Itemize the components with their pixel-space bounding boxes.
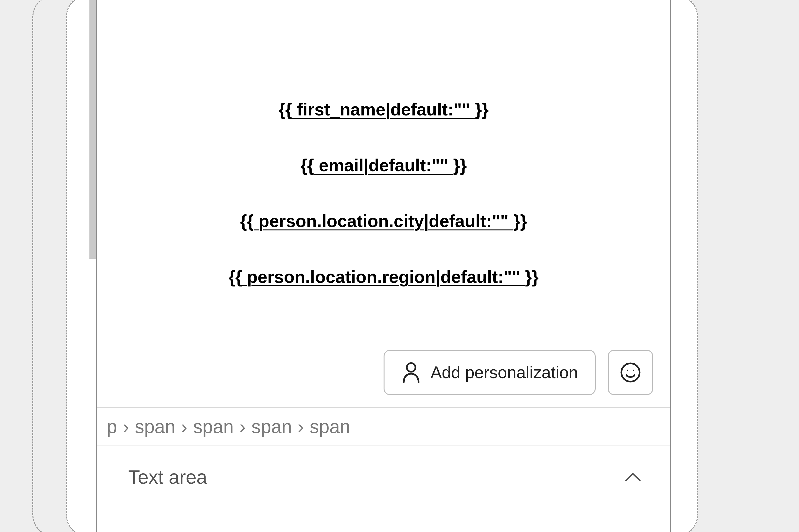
token-text: person.location.region|default:""	[242, 267, 525, 286]
breadcrumb-separator: ›	[298, 416, 304, 438]
svg-point-1	[621, 363, 640, 382]
text-area-accordion[interactable]: Text area	[97, 445, 670, 508]
breadcrumb-item[interactable]: span	[135, 416, 175, 438]
token-text: first_name|default:""	[292, 100, 475, 119]
element-path-breadcrumb[interactable]: p › span › span › span › span	[97, 407, 670, 445]
chevron-up-icon	[624, 472, 641, 482]
person-icon	[401, 362, 421, 383]
svg-point-0	[407, 363, 415, 372]
add-personalization-label: Add personalization	[431, 363, 578, 382]
template-token[interactable]: {{ person.location.region|default:"" }}	[97, 268, 670, 286]
svg-point-3	[633, 369, 634, 371]
token-text: person.location.city|default:""	[254, 211, 513, 231]
breadcrumb-item[interactable]: p	[107, 416, 117, 438]
template-token[interactable]: {{ person.location.city|default:"" }}	[97, 212, 670, 230]
add-personalization-button[interactable]: Add personalization	[384, 350, 596, 395]
accordion-label: Text area	[128, 466, 207, 488]
breadcrumb-separator: ›	[181, 416, 187, 438]
breadcrumb-separator: ›	[123, 416, 129, 438]
breadcrumb-item[interactable]: span	[252, 416, 292, 438]
emoji-button[interactable]	[608, 350, 653, 395]
breadcrumb-separator: ›	[239, 416, 246, 438]
breadcrumb-item[interactable]: span	[310, 416, 350, 438]
breadcrumb-item[interactable]: span	[193, 416, 234, 438]
token-text: email|default:""	[314, 155, 453, 175]
template-token[interactable]: {{ email|default:"" }}	[97, 156, 670, 174]
editor-actions: Add personalization	[97, 350, 653, 395]
editor-frame: {{ first_name|default:"" }} {{ email|def…	[96, 0, 671, 532]
svg-point-2	[627, 369, 628, 371]
smiley-icon	[620, 362, 641, 383]
template-token[interactable]: {{ first_name|default:"" }}	[97, 101, 670, 118]
